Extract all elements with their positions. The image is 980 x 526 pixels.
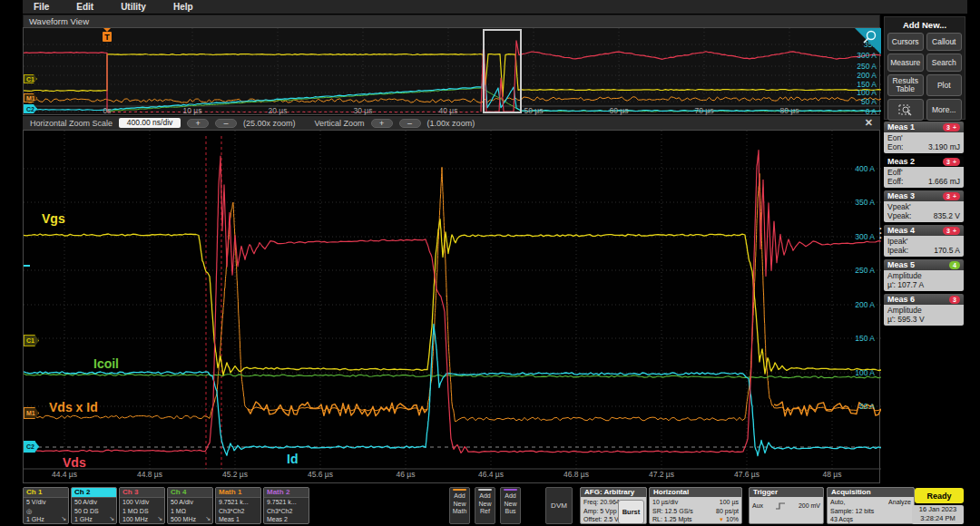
vzoom-minus-button[interactable]: – [399,119,421,128]
x-axis-tick-label: 47.6 µs [734,470,760,479]
expand-arrow-icon[interactable]: ↘ [205,515,211,522]
y-axis-tick-label: 50 A [859,402,875,411]
channel-badge-ch3[interactable]: Ch 3100 V/div1 MΩ DS100 MHz↘ [119,487,165,524]
channel-badge-row-1: 5 V/div [24,498,68,507]
time: 3:28:24 PM [912,514,964,523]
add-callout-button[interactable]: Callout [926,33,963,51]
add-new-bus-button[interactable]: AddNewBus [500,487,521,524]
x-axis-tick-label: 45.2 µs [222,470,248,479]
channel-badge-row-2: Ch3*Ch2 [216,507,260,516]
menu-item-edit[interactable]: Edit [76,2,93,12]
afg-burst-button[interactable]: Burst [618,500,644,524]
channel-badge-ch1[interactable]: Ch 15 V/div◎1 GHz↘ [23,487,69,524]
meas-name: Meas 3 [887,191,915,200]
add-new-ref-button[interactable]: AddNewRef [475,487,495,524]
meas-line2-value: 170.5 A [934,246,960,255]
trigger-panel[interactable]: Trigger Aux 200 mV [749,487,824,524]
trigger-level: 200 mV [799,502,820,511]
channel-color-line [478,489,492,491]
hzoom-plus-button[interactable]: + [187,119,209,128]
panel-resize-handle[interactable]: ⋮ [874,229,887,237]
channel-badge-header: Ch 4 [168,488,212,498]
channel-badge-math1[interactable]: Math 19.7521 k...Ch3*Ch2Meas 1 [215,487,261,524]
channel-badge-row-2: 1 MΩ DS [120,507,164,516]
x-axis-tick-label: 46.8 µs [564,470,589,479]
zoom-area-icon-button[interactable] [887,99,924,121]
menu-item-utility[interactable]: Utility [121,2,146,12]
expand-arrow-icon[interactable]: ↘ [157,515,162,522]
meas-count-badge: 3+ [943,123,960,132]
trace-label-vds: Vds [63,455,86,470]
meas-header: Meas 54 [884,259,964,270]
meas-card-4[interactable]: Meas 43+Ipeak'Ipeak:170.5 A [884,225,964,257]
badge-count: 3 [946,193,950,200]
add-new-title: Add New... [887,20,962,30]
vzoom-plus-button[interactable]: + [371,119,393,128]
acq-mode: Auto, [830,498,845,507]
hzoom-scale-input[interactable]: 400.00 ns/div [119,118,181,128]
add-plot-button[interactable]: Plot [926,74,963,96]
overview-plot[interactable]: 0s10 µs20 µs30 µs40 µs50 µs60 µs70 µs80 … [23,27,880,115]
measurement-results-panel: Meas 13+Eon'Eon:3.190 mJMeas 23+Eoff'Eof… [884,122,964,326]
meas-line2: Ipeak:170.5 A [887,246,960,255]
channel-badge-ch4[interactable]: Ch 450 A/div1 MΩ500 MHz↘ [167,487,213,524]
y-axis-tick-label: 100 A [855,368,875,377]
channel-badge-header: Ch 3 [120,488,164,498]
channel-badge-row-1: 50 A/div [168,498,212,507]
hzoom-minus-button[interactable]: – [215,119,237,128]
meas-count-badge: 3+ [943,227,960,235]
meas-body: Vpeak'Vpeak:835.2 V [884,201,964,222]
meas-header: Meas 33+ [884,190,964,201]
channel-badge-math2[interactable]: Math 29.7521 k...Ch3*Ch2Meas 2 [263,487,309,524]
hzoom-factor: (25.00x zoom) [243,119,296,128]
zoom-area-icon [898,104,913,116]
y-axis-tick-label: 150 A [855,334,875,343]
horizontal-panel[interactable]: Horizontal 10 µs/div100 µs SR: 12.5 GS/s… [649,487,742,524]
meas-card-5[interactable]: Meas 54Amplitudeµ': 107.7 A [884,259,964,291]
add-cursors-button[interactable]: Cursors [887,33,924,51]
add-new-math-button[interactable]: AddNewMath [449,487,470,524]
trace-vgs [24,219,881,375]
badge-plus-icon: + [953,228,956,234]
menu-item-file[interactable]: File [34,2,49,12]
trace-label-id: Id [287,452,298,466]
meas-card-2[interactable]: Meas 23+Eoff'Eoff:1.666 mJ [884,156,964,188]
meas-line1: Amplitude [887,306,960,315]
waveform-view-tab[interactable]: Waveform View [23,15,880,27]
expand-arrow-icon[interactable]: ↘ [61,515,66,522]
expand-arrow-icon[interactable]: ↘ [109,515,114,522]
x-axis-tick-label: 45.6 µs [308,470,333,479]
dvm-button[interactable]: DVM [545,487,573,524]
meas-card-6[interactable]: Meas 63Amplitudeµ': 595.3 V [884,294,964,326]
trace-id [24,325,881,456]
add-new-panel: Add New... CursorsCalloutMeasureSearchRe… [884,16,965,120]
y-axis-tick-label: 250 A [855,266,875,275]
add-search-button[interactable]: Search [926,54,963,72]
trace-label-icoil: Icoil [93,356,119,371]
acquisition-panel[interactable]: Acquisition Auto,Analyze Sample: 12 bits… [827,487,915,524]
trace-label-vgs: Vgs [42,211,65,226]
channel-badge-row-3: Meas 2 [264,515,309,524]
meas-card-1[interactable]: Meas 13+Eon'Eon:3.190 mJ [884,122,964,153]
meas-body: Amplitudeµ': 107.7 A [884,270,964,291]
meas-card-3[interactable]: Meas 33+Vpeak'Vpeak:835.2 V [884,190,964,222]
meas-name: Meas 6 [887,295,915,304]
add-results-table-button[interactable]: Results Table [887,74,924,96]
channel-badge-row-1: 50 A/div [72,498,116,507]
add-more--button[interactable]: More... [926,99,963,121]
afg-title: AFG: Arbitrary [581,488,646,497]
meas-header: Meas 23+ [884,156,964,167]
add-measure-button[interactable]: Measure [887,54,924,72]
x-axis-tick-label: 10 µs [183,106,202,115]
afg-panel[interactable]: AFG: Arbitrary Freq: 20.9644 kHz Amp: 5 … [580,487,647,524]
x-axis-tick-label: 46 µs [397,470,416,479]
datetime-display: 16 Jan 2023 3:28:24 PM [912,505,964,524]
acq-sample: Sample: 12 bits [830,507,911,516]
channel-badge-ch2[interactable]: Ch 250 A/div50 Ω DS1 GHz↘ [71,487,117,524]
close-zoom-icon[interactable]: ✕ [865,117,873,129]
main-waveform-plot[interactable]: 44.4 µs44.8 µs45.2 µs45.6 µs46 µs46.4 µs… [23,130,880,483]
trace-vds-post [481,37,881,112]
menu-item-help[interactable]: Help [173,2,193,12]
acquisition-title: Acquisition [828,488,914,497]
meas-name: Meas 4 [887,226,915,235]
